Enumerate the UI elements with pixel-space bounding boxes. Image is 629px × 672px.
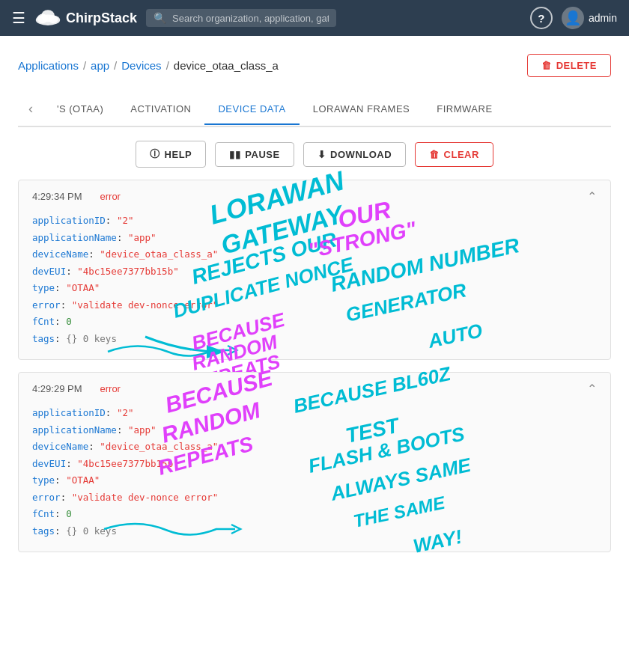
log2-field-2: deviceName: "device_otaa_class_a"	[32, 439, 597, 456]
log-time-2: 4:29:29 PM	[32, 383, 82, 394]
log-header-1[interactable]: 4:29:34 PM error ⌃	[19, 180, 610, 213]
tabs-bar: ‹ 'S (OTAA) ACTIVATION DEVICE DATA LORAW…	[18, 92, 611, 127]
log-body-1: applicationID: "2" applicationName: "app…	[19, 213, 610, 359]
log2-field-5: error: "validate dev-nonce error"	[32, 489, 597, 507]
log2-field-3: devEUI: "4bc15ee7377bb15b"	[32, 456, 597, 473]
log2-field-0: applicationID: "2"	[32, 405, 597, 422]
log-container-1: 4:29:34 PM error ⌃ applicationID: "2" ap…	[18, 180, 611, 360]
logo-text: ChirpStack	[66, 10, 137, 26]
hamburger-icon[interactable]: ☰	[12, 9, 25, 27]
log-field-0: applicationID: "2"	[32, 213, 597, 230]
page-content: Applications / app / Devices / device_ot…	[0, 36, 629, 672]
pause-button[interactable]: ▮▮ PAUSE	[215, 142, 294, 167]
tab-device-data[interactable]: DEVICE DATA	[204, 94, 299, 125]
breadcrumb-device: device_otaa_class_a	[174, 59, 279, 72]
search-bar[interactable]: 🔍	[146, 9, 336, 27]
log2-field-6: fCnt: 0	[32, 506, 597, 523]
tab-s-otaa[interactable]: 'S (OTAA)	[43, 94, 117, 125]
log-field-2: deviceName: "device_otaa_class_a"	[32, 246, 597, 263]
breadcrumb-sep-3: /	[166, 59, 169, 72]
log-entry-2: 4:29:29 PM error ⌃ applicationID: "2" ap…	[18, 372, 611, 552]
log-expand-icon-2[interactable]: ⌃	[587, 382, 597, 396]
log-field-7: tags: {} 0 keys	[32, 331, 597, 348]
avatar-icon: 👤	[562, 7, 584, 29]
clear-trash-icon: 🗑	[429, 149, 440, 160]
logo: ChirpStack	[34, 7, 137, 28]
toolbar: ⓘ HELP ▮▮ PAUSE ⬇ DOWNLOAD 🗑 CLEAR	[18, 127, 611, 180]
topnav: ☰ ChirpStack 🔍 ? 👤 admin	[0, 0, 629, 36]
breadcrumb-app[interactable]: app	[91, 59, 109, 72]
log-body-2: applicationID: "2" applicationName: "app…	[19, 405, 610, 552]
breadcrumb: Applications / app / Devices / device_ot…	[18, 54, 611, 77]
breadcrumb-sep-1: /	[83, 59, 86, 72]
svg-point-3	[41, 10, 55, 22]
clear-button[interactable]: 🗑 CLEAR	[415, 142, 493, 167]
pause-icon: ▮▮	[229, 149, 240, 160]
help-button[interactable]: ?	[530, 7, 553, 29]
download-button[interactable]: ⬇ DOWNLOAD	[303, 142, 407, 167]
log-header-2[interactable]: 4:29:29 PM error ⌃	[19, 373, 610, 405]
log-level-2: error	[100, 383, 121, 394]
user-menu[interactable]: 👤 admin	[562, 7, 617, 29]
admin-label: admin	[589, 12, 617, 24]
delete-icon: 🗑	[541, 60, 552, 71]
tab-activation[interactable]: ACTIVATION	[117, 94, 204, 125]
log-field-6: fCnt: 0	[32, 314, 597, 331]
log-level-1: error	[100, 191, 121, 202]
breadcrumb-applications[interactable]: Applications	[18, 59, 79, 72]
log-field-4: type: "OTAA"	[32, 280, 597, 297]
tab-lorawan-frames[interactable]: LORAWAN FRAMES	[300, 94, 424, 125]
tab-firmware[interactable]: FIRMWARE	[423, 94, 505, 125]
log2-field-7: tags: {} 0 keys	[32, 523, 597, 540]
search-input[interactable]	[172, 13, 329, 24]
breadcrumb-sep-2: /	[114, 59, 117, 72]
chirpstack-logo-icon	[34, 7, 61, 28]
log-container-2: 4:29:29 PM error ⌃ applicationID: "2" ap…	[18, 372, 611, 552]
log2-field-1: applicationName: "app"	[32, 422, 597, 439]
search-icon: 🔍	[154, 12, 166, 24]
download-icon: ⬇	[317, 149, 326, 160]
log2-field-4: type: "OTAA"	[32, 472, 597, 489]
log-entry-1: 4:29:34 PM error ⌃ applicationID: "2" ap…	[18, 180, 611, 360]
tab-back-button[interactable]: ‹	[18, 92, 43, 126]
log-field-5: error: "validate dev-nonce error"	[32, 297, 597, 314]
log-expand-icon-1[interactable]: ⌃	[587, 189, 597, 204]
log-time-1: 4:29:34 PM	[32, 191, 82, 202]
delete-button[interactable]: 🗑 DELETE	[527, 54, 611, 77]
log-field-1: applicationName: "app"	[32, 230, 597, 247]
log-field-3: devEUI: "4bc15ee7377bb15b"	[32, 263, 597, 281]
help-button[interactable]: ⓘ HELP	[136, 141, 206, 168]
breadcrumb-devices[interactable]: Devices	[121, 59, 161, 72]
help-icon: ⓘ	[150, 147, 160, 161]
